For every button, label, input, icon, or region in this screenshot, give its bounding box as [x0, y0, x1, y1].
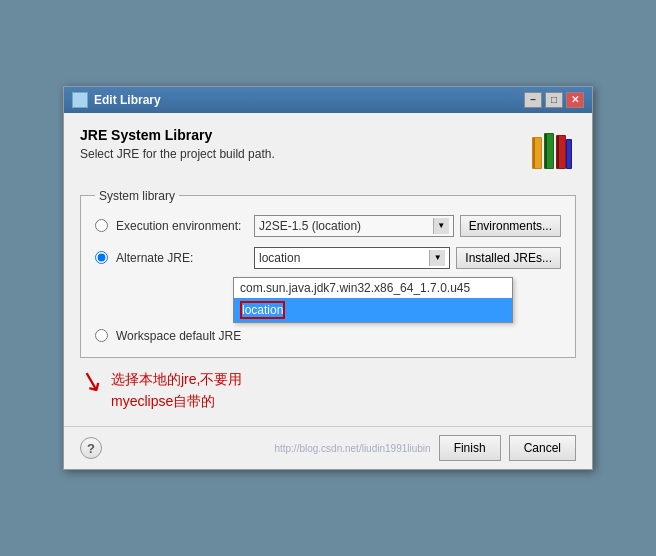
minimize-button[interactable]: –	[524, 92, 542, 108]
alternate-jre-label: Alternate JRE:	[116, 251, 246, 265]
titlebar-title: Edit Library	[94, 93, 161, 107]
alternate-jre-radio[interactable]	[95, 251, 108, 264]
close-button[interactable]: ✕	[566, 92, 584, 108]
svg-rect-8	[557, 136, 559, 168]
system-library-group: System library Execution environment: J2…	[80, 189, 576, 358]
dialog-subtitle: Select JRE for the project build path.	[80, 147, 275, 161]
dropdown-popup: com.sun.java.jdk7.win32.x86_64_1.7.0.u45…	[233, 277, 513, 323]
edit-library-dialog: Edit Library – □ ✕ JRE System Library Se…	[63, 86, 593, 471]
annotation-text: 选择本地的jre,不要用 myeclipse自带的	[111, 368, 242, 413]
alternate-jre-value: location	[259, 251, 429, 265]
titlebar-controls: – □ ✕	[524, 92, 584, 108]
header-text: JRE System Library Select JRE for the pr…	[80, 127, 275, 161]
installed-jres-button[interactable]: Installed JREs...	[456, 247, 561, 269]
svg-rect-2	[533, 138, 535, 168]
cancel-button[interactable]: Cancel	[509, 435, 576, 461]
watermark: http://blog.csdn.net/liudin1991liubin	[274, 443, 430, 454]
workspace-jre-row: Workspace default JRE	[95, 329, 561, 343]
execution-env-controls: J2SE-1.5 (location) ▼ Environments...	[254, 215, 561, 237]
execution-env-radio[interactable]	[95, 219, 108, 232]
group-label: System library	[95, 189, 179, 203]
dialog-title: JRE System Library	[80, 127, 275, 143]
dropdown-item-0[interactable]: com.sun.java.jdk7.win32.x86_64_1.7.0.u45	[234, 278, 512, 298]
dropdown-item-1[interactable]: location	[234, 298, 512, 322]
workspace-jre-label: Workspace default JRE	[116, 329, 241, 343]
annotation-line1: 选择本地的jre,不要用	[111, 368, 242, 390]
workspace-jre-radio[interactable]	[95, 329, 108, 342]
header-section: JRE System Library Select JRE for the pr…	[80, 127, 576, 175]
execution-env-value: J2SE-1.5 (location)	[259, 219, 433, 233]
bottom-bar: ? http://blog.csdn.net/liudin1991liubin …	[64, 426, 592, 469]
execution-env-arrow: ▼	[433, 218, 449, 234]
svg-rect-5	[545, 134, 547, 168]
execution-env-label: Execution environment:	[116, 219, 246, 233]
annotation-line2: myeclipse自带的	[111, 390, 242, 412]
titlebar-left: Edit Library	[72, 92, 161, 108]
alternate-jre-combo[interactable]: location ▼	[254, 247, 450, 269]
dialog-icon	[72, 92, 88, 108]
finish-button[interactable]: Finish	[439, 435, 501, 461]
execution-env-combo[interactable]: J2SE-1.5 (location) ▼	[254, 215, 454, 237]
alternate-jre-controls: location ▼ Installed JREs...	[254, 247, 561, 269]
dialog-content: JRE System Library Select JRE for the pr…	[64, 113, 592, 427]
svg-rect-10	[567, 140, 571, 168]
titlebar: Edit Library – □ ✕	[64, 87, 592, 113]
maximize-button[interactable]: □	[545, 92, 563, 108]
annotation-area: ↘ 选择本地的jre,不要用 myeclipse自带的	[80, 368, 576, 413]
red-arrow-icon: ↘	[76, 361, 107, 399]
alternate-jre-row: Alternate JRE: location ▼ Installed JREs…	[95, 247, 561, 269]
execution-env-row: Execution environment: J2SE-1.5 (locatio…	[95, 215, 561, 237]
selected-item-border: location	[240, 301, 285, 319]
help-button[interactable]: ?	[80, 437, 102, 459]
books-icon	[528, 127, 576, 175]
dropdown-item-1-text: location	[242, 303, 283, 317]
alternate-jre-arrow: ▼	[429, 250, 445, 266]
environments-button[interactable]: Environments...	[460, 215, 561, 237]
